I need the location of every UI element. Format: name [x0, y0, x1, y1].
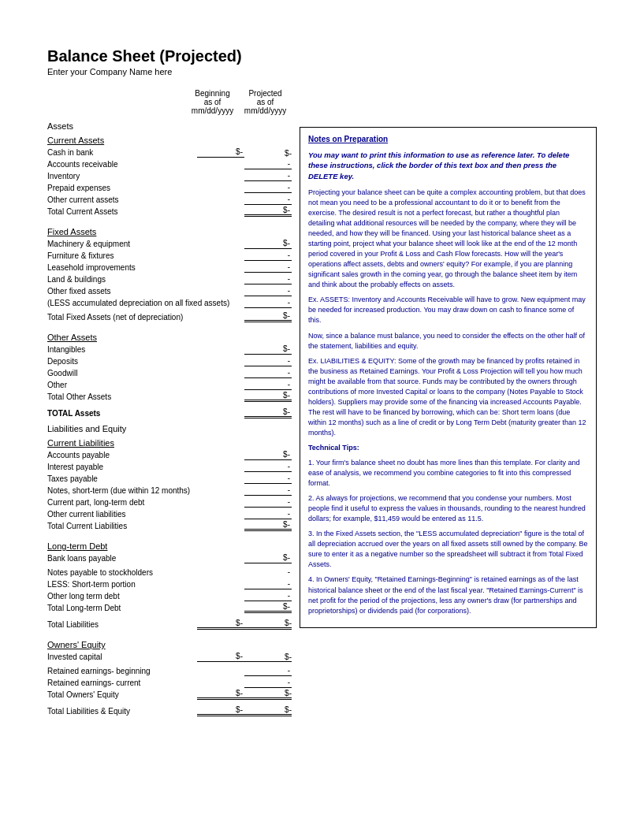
list-item: Accounts payable $- [47, 449, 292, 460]
list-item: Prepaid expenses - [47, 182, 292, 193]
list-item: Goodwill - [47, 367, 292, 378]
list-item: Machinery & equipment $- [47, 238, 292, 249]
list-item: Cash in bank $- $- [47, 147, 292, 158]
list-item: Notes payable to stockholders - [47, 567, 292, 578]
list-item: Other long term debt - [47, 590, 292, 601]
current-assets-title: Current Assets [47, 136, 292, 145]
list-item: (LESS accumulated depreciation on all fi… [47, 297, 292, 308]
list-item: LESS: Short-term portion - [47, 578, 292, 589]
total-liabilities: Total Liabilities $- $- [47, 619, 292, 630]
total-fixed-assets: Total Fixed Assets (net of depreciation)… [47, 311, 292, 322]
list-item: Taxes payable - [47, 473, 292, 484]
list-item: Deposits - [47, 355, 292, 366]
notes-body: Projecting your balance sheet can be qui… [308, 188, 588, 616]
list-item: Other fixed assets - [47, 285, 292, 296]
list-item: Bank loans payable $- [47, 552, 292, 563]
longterm-debt-title: Long-term Debt [47, 541, 292, 551]
total-current-assets: Total Current Assets $- [47, 206, 292, 217]
list-item: Interest payable - [47, 461, 292, 472]
list-item: Accounts receivable - [47, 158, 292, 169]
list-item: Invested capital $- $- [47, 651, 292, 662]
owners-equity-title: Owners' Equity [47, 640, 292, 649]
header-beginning: Beginning as of mm/dd/yyyy [186, 89, 239, 115]
balance-sheet-left: Beginning as of mm/dd/yyyy Projected as … [47, 89, 292, 717]
list-item: Intangibles $- [47, 344, 292, 355]
notes-box: Notes on Preparation You may want to pri… [300, 127, 597, 628]
notes-intro: You may want to print this information t… [308, 150, 588, 181]
list-item: Inventory - [47, 170, 292, 181]
header-projected: Projected as of mm/dd/yyyy [239, 89, 292, 115]
total-longterm-debt: Total Long-term Debt $- [47, 602, 292, 613]
total-liabilities-equity: Total Liabilities & Equity $- $- [47, 705, 292, 716]
company-name: Enter your Company Name here [47, 67, 597, 76]
other-assets-title: Other Assets [47, 333, 292, 342]
notes-title: Notes on Preparation [308, 134, 588, 145]
list-item: Other current liabilities - [47, 508, 292, 519]
assets-label: Assets [47, 121, 292, 131]
list-item: Current part, long-term debt - [47, 496, 292, 508]
total-current-liabilities: Total Current Liabilities $- [47, 520, 292, 531]
list-item: Leasehold improvements - [47, 262, 292, 273]
notes-panel: Notes on Preparation You may want to pri… [292, 89, 597, 717]
fixed-assets-title: Fixed Assets [47, 227, 292, 236]
total-other-assets: Total Other Assets $- [47, 391, 292, 402]
current-liabilities-title: Current Liabilities [47, 438, 292, 448]
page-title: Balance Sheet (Projected) [47, 47, 597, 65]
list-item: Other current assets - [47, 194, 292, 205]
list-item: Furniture & fixtures - [47, 250, 292, 261]
list-item: Retained earnings- current - [47, 677, 292, 688]
total-owners-equity: Total Owners' Equity $- $- [47, 689, 292, 700]
list-item: Retained earnings- beginning - [47, 665, 292, 676]
list-item: Notes, short-term (due within 12 months)… [47, 485, 292, 496]
list-item: Other - [47, 379, 292, 390]
list-item: Land & buildings - [47, 273, 292, 284]
liabilities-equity-label: Liabilities and Equity [47, 424, 292, 433]
total-assets: TOTAL Assets $- [47, 407, 292, 418]
